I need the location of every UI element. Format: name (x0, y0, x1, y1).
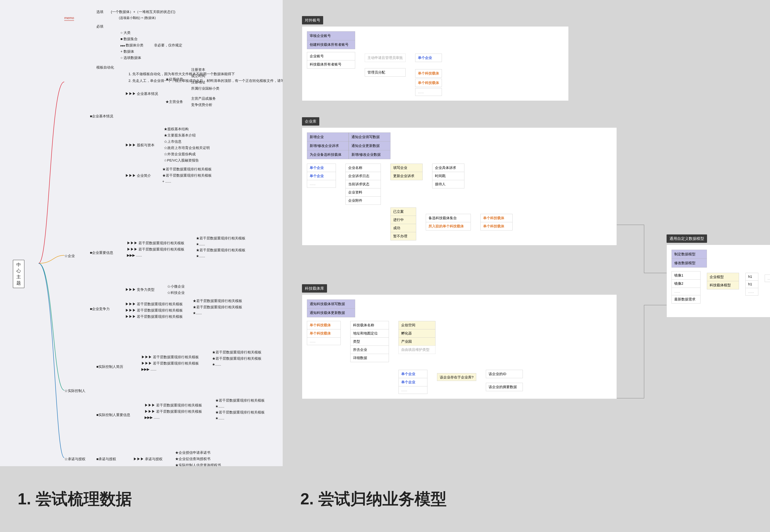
cl-l-a: 单个科技载体 (307, 321, 341, 329)
ctrl-i-t3: ▶▶▶ ...... (145, 415, 202, 420)
el-s-c: 成功 (390, 224, 416, 232)
ext-h-a: 审核企业账号 (307, 31, 355, 40)
ent-basic: ■企业基本情况 (90, 114, 113, 119)
cm-h-a: 制定数据模型 (672, 250, 707, 259)
el-l-a: 单个企业 (307, 164, 336, 172)
eq-b: ★主要股东基本介绍 (164, 133, 210, 138)
el-dr-b: 时间戳 (432, 172, 464, 180)
el-d-b: 更新企业诉求 (390, 172, 423, 180)
flow-carrier-lib: 科技载体库 通知科技载体填写数据 通知科技载体更新数据 单个科技载体 单个科技载… (302, 284, 617, 399)
ctrl-i-t1: ▶▶▶ 若干层数据重现排行相关模板 (145, 403, 202, 408)
bixian-b: 数据集合 (120, 37, 289, 41)
ext-r-d: ...... (415, 88, 442, 96)
autotpl-n2: 2. 先走人工，单企业填一个，线上审核成功之后，材料清单的顶部，有一个正在转化模… (128, 78, 244, 83)
ctrl-i-sb: ★...... (215, 404, 265, 409)
bixian-a: 大类 (120, 30, 289, 35)
ctrl-r-t1: ▶▶▶ 若干层数据重现排行相关模板 (141, 355, 199, 360)
ext-m-b: 管理员分配 (365, 68, 406, 77)
branch-auth: ☆承诺与授权 ■承诺与授权 ▶▶▶ 承诺与授权 ★企业授信申请承诺书 ★企业征信… (64, 455, 85, 463)
el-l-b: 单个企业 (307, 172, 336, 180)
imp-t3: ▶▶▶ ...... (127, 253, 184, 257)
node-controller: ☆实际控制人 (64, 388, 85, 393)
bixian-d: 数据体 (120, 49, 289, 54)
el-h-a2: 通知企业填写数据 (349, 132, 390, 141)
cl-h-b: 通知科技载体更新数据 (307, 308, 355, 317)
el-f-c: 当前诉求状态 (345, 180, 381, 188)
brief-c: + ...... (162, 179, 212, 184)
cl-t-a: 众创空间 (398, 321, 435, 329)
el-h-a: 新增企业 (307, 132, 349, 141)
cl-f-b: 地址和地图定位 (350, 329, 389, 338)
cl-l-b: 单个科技载体 (307, 329, 341, 338)
right-panel: 对外账号 审核企业账号 创建科技载体所有者账号 企业账号 科技载体所有者账号 主… (283, 0, 770, 532)
branch-controller: ☆实际控制人 ■实际控制人简历 ▶▶▶ 若干层数据重现排行相关模板 ▶▶▶ 若干… (64, 387, 85, 395)
right-caption: 2. 尝试归纳业务模型 (283, 488, 447, 510)
brief-b: ★若干层数据重现排行相关模板 (162, 173, 212, 178)
auth-item: ■承诺与授权 (96, 457, 116, 462)
eq-d: ☆政府上市培育企业相关证明 (164, 145, 210, 150)
node-bixian: 必填 (96, 24, 289, 29)
cm-l-d: 最新数据需求 (672, 295, 700, 303)
el-l-c: ...... (307, 180, 336, 188)
page-root: 中心主题 memo 选填 (一个数据体）+（一堆相互关联的状态们) (选项最小颗… (0, 0, 770, 532)
node-xuantian-sub: (选项最小颗粒) + (数据体) (119, 16, 289, 20)
imp-t2: ▶▶▶ 若干层数据重现排行相关模板 (127, 247, 184, 252)
cl-f-d: 所含企业 (350, 346, 389, 354)
cl-e-b: 单个企业 (398, 378, 427, 386)
imp-sc: ★若干层数据重现排行相关模板 (196, 248, 245, 253)
eq-e: ☆外资企业股份构成 (164, 152, 210, 157)
el-h-b2: 通知企业更新数据 (349, 141, 390, 150)
ctrl-i-sa: ★若干层数据重现排行相关模板 (215, 398, 265, 403)
main-a: 主营产品或服务 (191, 96, 216, 101)
comp-a: ☆小微企业 (167, 284, 185, 289)
cm-h1-c: ...... (745, 288, 758, 296)
ent-reg: ★注册信息 (165, 77, 183, 82)
el-srr-b: 单个科技载体 (480, 222, 513, 230)
cm-l-c: ...... (672, 288, 700, 295)
flow-custom-model: 通用自定义数据模型 制定数据模型 修改数据模型 镜像1 镜像2 ...... 最… (667, 234, 770, 317)
ent-important: ■企业重要信息 (90, 250, 113, 255)
comp-sc: ★...... (193, 311, 242, 315)
el-s-b: 进行中 (390, 216, 416, 224)
ent-equity: ▶▶▶ 股权与资本 (125, 143, 155, 148)
ctrl-i-sd: ★...... (215, 416, 265, 420)
main-b: 竞争优势分析 (191, 102, 216, 107)
el-f-d: 企业资料 (345, 188, 381, 197)
eq-f: ☆PE/VC入股融资报告 (164, 158, 210, 163)
left-caption-bar: 1. 尝试梳理数据 (0, 466, 283, 532)
ctrl-i-sc: ★若干层数据重现排行相关模板 (215, 410, 265, 415)
ctrl-r-sb: ★若干层数据重现排行相关模板 (212, 356, 261, 361)
tag-custom: 通用自定义数据模型 (667, 234, 707, 243)
comp-t3: ▶▶▶ 若干层数据重现排行相关模板 (125, 314, 183, 319)
ctrl-resume: ■实际控制人简历 (96, 364, 123, 369)
ext-r-a: 单个企业 (415, 54, 442, 62)
ctrl-r-t3: ▶▶▶ ...... (141, 367, 199, 371)
cl-t-b: 孵化器 (398, 329, 435, 338)
autotpl-n1: 1. 先不做模板自动化，因为有些大文件根本不能用一个数据体能得下 (128, 71, 244, 77)
cm-h1-a: h1 (745, 273, 758, 281)
cl-l-c: ...... (307, 337, 341, 345)
el-sr-b: 所入驻的单个科技载体 (426, 222, 471, 230)
el-sr-a: 备选科技载体集合 (426, 214, 471, 222)
cm-l-b: 镜像2 (672, 279, 700, 288)
el-d-a: 填写企业 (390, 164, 423, 172)
cl-e-y: 该企业的ID (486, 370, 523, 378)
cl-f-c: 类型 (350, 337, 389, 346)
cl-t-c: 产业园 (398, 337, 435, 346)
left-panel: 中心主题 memo 选填 (一个数据体）+（一堆相互关联的状态们) (选项最小颗… (0, 0, 283, 532)
ext-l-b: 科技载体所有者账号 (307, 60, 355, 69)
el-f-a: 企业名称 (345, 164, 381, 172)
ctrl-r-t2: ▶▶▶ 若干层数据重现排行相关模板 (141, 361, 199, 366)
el-h-c2: 新增/修改企业数据 (349, 150, 390, 159)
node-enterprise: ☆企业 (64, 254, 75, 258)
mindmap-root: 中心主题 (13, 260, 24, 288)
branch-memo: memo 选填 (一个数据体）+（一堆相互关联的状态们) (选项最小颗粒) + … (64, 14, 74, 22)
ext-r-c: 单个科技载体 (415, 79, 442, 87)
left-caption: 1. 尝试梳理数据 (0, 488, 132, 510)
cl-e-c: ...... (398, 386, 427, 394)
reg-b: 成立时间 (191, 74, 219, 78)
comp-t2: ▶▶▶ 若干层数据重现排行相关模板 (125, 308, 183, 313)
brief-a: ★若干层数据重现排行相关模板 (162, 167, 212, 172)
el-f-e: 企业附件 (345, 196, 381, 205)
el-h-c: 为企业备选科技载体 (307, 150, 349, 159)
